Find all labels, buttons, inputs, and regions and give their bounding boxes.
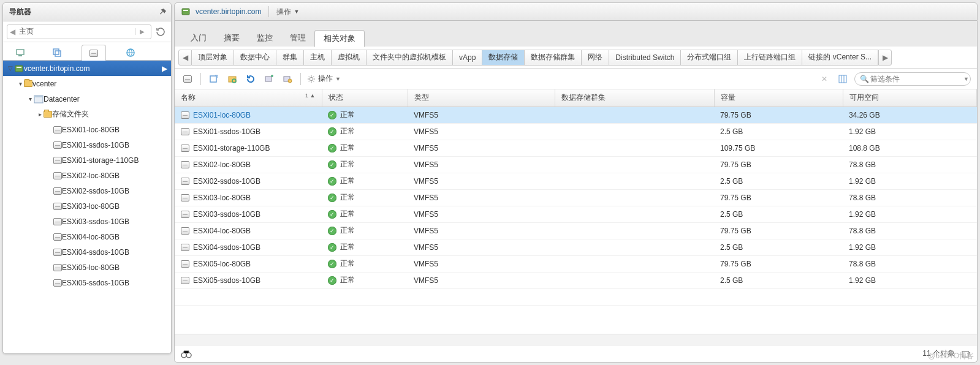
increase-capacity-button[interactable] (262, 72, 276, 86)
cell-free: 34.26 GB (843, 107, 977, 123)
tree-datastore-item[interactable]: ESXi01-ssdos-10GB (3, 137, 171, 152)
nav-tab-hosts[interactable] (8, 44, 32, 60)
datastore-grid[interactable]: 名称1 ▲ 状态 类型 数据存储群集 容量 可用空间 ESXi01-loc-80… (175, 89, 977, 334)
tree-label: 存储文件夹 (52, 109, 89, 119)
subtab-6[interactable]: vApp (453, 50, 482, 66)
tree-collapse-icon[interactable]: ▽ (7, 65, 14, 72)
datastore-icon (181, 260, 189, 268)
tree-datastore-item[interactable]: ESXi04-ssdos-10GB (3, 244, 171, 260)
tree-collapse-icon[interactable]: ▾ (17, 80, 24, 87)
clear-filter-button[interactable]: ✕ (818, 72, 831, 86)
nav-tab-vms[interactable] (45, 44, 69, 60)
col-type[interactable]: 类型 (408, 89, 555, 107)
table-row[interactable]: ESXi01-loc-80GB✓正常VMFS579.75 GB34.26 GB (175, 107, 977, 123)
back-icon[interactable]: ◀ (10, 28, 15, 36)
col-status[interactable]: 状态 (322, 89, 408, 107)
breadcrumb-box[interactable]: ◀ 主页 ▶ (7, 24, 151, 39)
subtab-scroll-left[interactable]: ◀ (178, 50, 192, 66)
tree-root-label: vcenter.birtopin.com (24, 64, 89, 73)
col-free[interactable]: 可用空间 (843, 89, 977, 107)
pin-icon[interactable] (159, 8, 167, 17)
table-row[interactable]: ESXi05-ssdos-10GB✓正常VMFS52.5 GB1.92 GB (175, 272, 977, 288)
subtab-1[interactable]: 数据中心 (234, 50, 276, 66)
tab-summary[interactable]: 摘要 (215, 29, 248, 47)
sub-tabs: ◀ 顶层对象数据中心群集主机虚拟机文件夹中的虚拟机模板vApp数据存储数据存储群… (175, 47, 977, 69)
svg-point-16 (288, 79, 292, 83)
table-row[interactable]: ESXi01-storage-110GB✓正常VMFS5109.75 GB108… (175, 140, 977, 156)
subtab-7[interactable]: 数据存储 (482, 50, 525, 66)
subtab-4[interactable]: 虚拟机 (332, 50, 367, 66)
nav-tab-storage[interactable] (82, 45, 106, 61)
subtab-10[interactable]: Distributed Switch (609, 50, 681, 66)
cell-type: VMFS5 (408, 156, 555, 173)
cell-status: 正常 (340, 209, 355, 218)
grid-horizontal-scrollbar[interactable] (175, 334, 977, 345)
tree-datastore-item[interactable]: ESXi02-loc-80GB (3, 168, 171, 183)
tree-datastore-item[interactable]: ESXi01-storage-110GB (3, 152, 171, 168)
table-row[interactable]: ESXi05-loc-80GB✓正常VMFS579.75 GB78.8 GB (175, 255, 977, 272)
cell-free: 78.8 GB (843, 222, 977, 239)
actions-menu[interactable]: 操作 ▼ (276, 7, 299, 17)
tab-monitor[interactable]: 监控 (248, 29, 281, 47)
tab-manage[interactable]: 管理 (281, 29, 314, 47)
navigator-tree[interactable]: ▽ vcenter.birtopin.com ▶ ▾ vcenter ▾ Dat… (3, 61, 171, 353)
subtab-scroll-right[interactable]: ▶ (878, 50, 892, 66)
table-row[interactable]: ESXi02-ssdos-10GB✓正常VMFS52.5 GB1.92 GB (175, 173, 977, 189)
table-row[interactable]: ESXi02-loc-80GB✓正常VMFS579.75 GB78.8 GB (175, 156, 977, 173)
subtab-11[interactable]: 分布式端口组 (681, 50, 738, 66)
nav-tab-network[interactable] (118, 44, 143, 60)
subtab-3[interactable]: 主机 (304, 50, 332, 66)
tree-node-storage-folder[interactable]: ▸ 存储文件夹 (3, 107, 171, 122)
subtab-5[interactable]: 文件夹中的虚拟机模板 (367, 50, 453, 66)
subtab-12[interactable]: 上行链路端口组 (738, 50, 802, 66)
register-vm-button[interactable] (207, 72, 221, 86)
subtab-9[interactable]: 网络 (582, 50, 609, 66)
new-datastore-button[interactable] (181, 72, 194, 86)
column-picker-button[interactable] (836, 72, 849, 86)
cell-capacity: 2.5 GB (714, 206, 843, 222)
tab-getting-started[interactable]: 入门 (182, 29, 215, 47)
tree-root-vcenter[interactable]: ▽ vcenter.birtopin.com ▶ (3, 61, 171, 76)
cell-free: 1.92 GB (843, 206, 977, 222)
tree-datastore-item[interactable]: ESXi05-loc-80GB (3, 260, 171, 275)
table-row[interactable]: ESXi01-ssdos-10GB✓正常VMFS52.5 GB1.92 GB (175, 123, 977, 140)
tree-label: Datacenter (44, 95, 80, 103)
filter-box[interactable]: 🔍 ▼ (854, 72, 971, 86)
col-name[interactable]: 名称1 ▲ (175, 89, 322, 107)
tree-node-datacenter[interactable]: ▾ Datacenter (3, 91, 171, 107)
refresh-button[interactable] (244, 72, 257, 86)
filter-input[interactable] (869, 74, 963, 84)
tree-node-vcenter-folder[interactable]: ▾ vcenter (3, 76, 171, 91)
subtab-8[interactable]: 数据存储群集 (525, 50, 582, 66)
tree-datastore-item[interactable]: ESXi02-ssdos-10GB (3, 183, 171, 198)
tree-expand-icon[interactable]: ▸ (36, 111, 44, 118)
col-cluster[interactable]: 数据存储群集 (555, 89, 714, 107)
tree-datastore-item[interactable]: ESXi04-loc-80GB (3, 229, 171, 244)
table-row[interactable]: ESXi04-loc-80GB✓正常VMFS579.75 GB78.8 GB (175, 222, 977, 239)
tree-datastore-item[interactable]: ESXi01-loc-80GB (3, 122, 171, 137)
tree-datastore-item[interactable]: ESXi03-loc-80GB (3, 198, 171, 214)
tree-datastore-item[interactable]: ESXi05-ssdos-10GB (3, 275, 171, 290)
actions-dropdown[interactable]: 操作 ▼ (307, 73, 341, 84)
subtab-0[interactable]: 顶层对象 (192, 50, 234, 66)
table-row[interactable]: ESXi03-loc-80GB✓正常VMFS579.75 GB78.8 GB (175, 189, 977, 206)
col-capacity[interactable]: 容量 (714, 89, 843, 107)
export-button[interactable] (961, 350, 971, 358)
tree-collapse-icon[interactable]: ▾ (26, 96, 34, 102)
cell-status: 正常 (340, 176, 355, 185)
browse-files-button[interactable] (226, 72, 239, 86)
manage-storage-button[interactable] (281, 72, 294, 86)
subtab-2[interactable]: 群集 (276, 50, 304, 66)
tree-label: ESXi01-ssdos-10GB (62, 141, 129, 149)
tree-datastore-item[interactable]: ESXi03-ssdos-10GB (3, 214, 171, 229)
table-row[interactable]: ESXi04-ssdos-10GB✓正常VMFS52.5 GB1.92 GB (175, 239, 977, 255)
table-row[interactable]: ESXi03-ssdos-10GB✓正常VMFS52.5 GB1.92 GB (175, 206, 977, 222)
chevron-down-icon[interactable]: ▼ (963, 76, 969, 82)
tab-related-objects[interactable]: 相关对象 (314, 30, 365, 47)
subtab-13[interactable]: 链接的 vCenter S... (802, 50, 878, 66)
datastore-icon (181, 128, 189, 135)
forward-icon[interactable]: ▶ (135, 28, 148, 35)
navigator-header: 导航器 (3, 3, 171, 21)
history-icon[interactable] (154, 25, 167, 39)
find-icon[interactable] (181, 350, 192, 358)
